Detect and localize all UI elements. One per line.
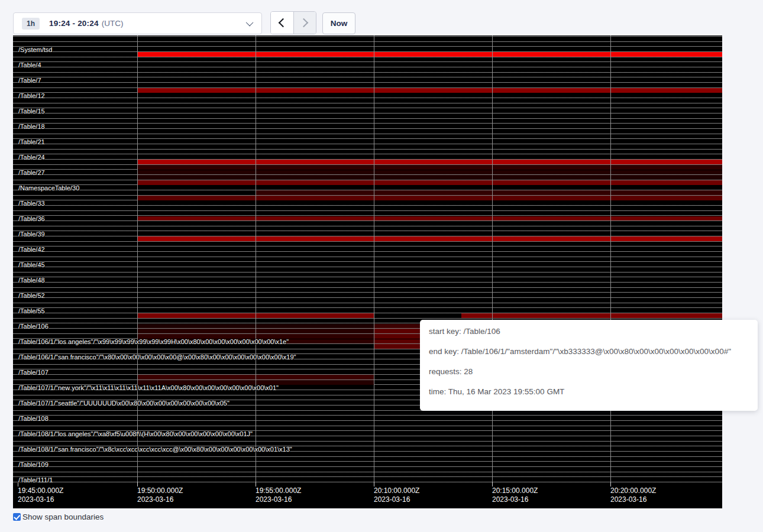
x-axis-tick bbox=[18, 482, 18, 486]
heatmap-band bbox=[137, 175, 722, 180]
heatmap-band bbox=[137, 160, 722, 164]
x-axis-tick bbox=[492, 482, 493, 486]
hover-tooltip: start key: /Table/106 end key: /Table/10… bbox=[420, 320, 758, 411]
row-label: /Table/7 bbox=[18, 77, 41, 84]
row-label: /Table/106/1/"los angeles"/"\x99\x99\x99… bbox=[18, 338, 289, 345]
heatmap-band bbox=[137, 334, 374, 339]
chevron-left-icon bbox=[279, 18, 288, 28]
heatmap-band bbox=[137, 52, 722, 57]
row-label: /Table/55 bbox=[18, 307, 45, 314]
duration-badge: 1h bbox=[22, 18, 40, 30]
row-label: /Table/107/1/"seattle"/"UUUUUUD\x00\x80\… bbox=[18, 400, 229, 407]
heatmap-band bbox=[137, 324, 374, 329]
time-range-label: 19:24 - 20:24 bbox=[49, 19, 99, 28]
horizontal-gridlines bbox=[13, 36, 722, 486]
x-axis-label: 19:55:00.000Z2023-03-16 bbox=[256, 486, 301, 504]
vertical-gridline bbox=[256, 35, 256, 486]
row-label: /Table/106/1/"san francisco"/"\x80\x00\x… bbox=[18, 353, 296, 361]
tooltip-end-key: end key: /Table/106/1/"amsterdam"/"\xb33… bbox=[429, 347, 753, 356]
row-label: /Table/108 bbox=[18, 415, 49, 422]
heatmap-band bbox=[374, 329, 420, 333]
heatmap-band bbox=[256, 190, 722, 195]
prev-time-button[interactable] bbox=[271, 12, 294, 34]
row-label: /System/tsd bbox=[18, 46, 52, 53]
vertical-gridline bbox=[610, 35, 611, 486]
heatmap-band bbox=[137, 196, 722, 200]
heatmap-band bbox=[461, 313, 722, 318]
row-label: /Table/111/1 bbox=[18, 476, 53, 484]
row-label: /Table/27 bbox=[18, 169, 45, 176]
chevron-down-icon bbox=[246, 19, 254, 27]
row-label: /Table/108/1/"san francisco"/"\x8c\xcc\x… bbox=[18, 446, 292, 453]
heatmap-band bbox=[374, 324, 420, 329]
row-label: /Table/15 bbox=[18, 108, 45, 115]
row-label: /Table/107 bbox=[18, 369, 49, 376]
row-label: /Table/12 bbox=[18, 92, 45, 99]
row-label: /Table/24 bbox=[18, 154, 45, 161]
time-nav-group bbox=[270, 11, 316, 34]
show-span-boundaries-checkbox[interactable] bbox=[13, 513, 21, 521]
heatmap-band bbox=[137, 236, 722, 241]
row-label: /Table/42 bbox=[18, 246, 45, 253]
heatmap-band bbox=[374, 344, 420, 349]
row-label: /Table/108/1/"los angeles"/"\xa8\xf5\u00… bbox=[18, 430, 253, 437]
heatmap-band bbox=[137, 380, 374, 385]
heatmap-band bbox=[137, 339, 374, 344]
show-span-boundaries-label: Show span boundaries bbox=[22, 512, 104, 521]
x-axis-label: 19:45:00.000Z2023-03-16 bbox=[18, 486, 63, 504]
heatmap-band bbox=[137, 165, 722, 170]
vertical-gridline bbox=[492, 35, 493, 486]
heatmap-band bbox=[137, 88, 722, 93]
row-label: /Table/109 bbox=[18, 461, 49, 468]
vertical-gridline bbox=[374, 35, 374, 486]
chevron-right-icon bbox=[299, 18, 308, 28]
time-range-select[interactable]: 1h 19:24 - 20:24 (UTC) bbox=[13, 12, 262, 34]
key-visualizer-canvas[interactable]: 19:45:00.000Z2023-03-1619:50:00.000Z2023… bbox=[13, 35, 722, 508]
heatmap-band bbox=[137, 216, 722, 221]
row-label: /Table/36 bbox=[18, 215, 45, 222]
row-label: /Table/4 bbox=[18, 61, 41, 69]
vertical-gridline bbox=[137, 35, 138, 486]
x-axis-label: 20:10:00.000Z2023-03-16 bbox=[374, 486, 419, 504]
now-button[interactable]: Now bbox=[322, 12, 355, 34]
heatmap-band bbox=[137, 375, 374, 379]
x-axis-label: 19:50:00.000Z2023-03-16 bbox=[137, 486, 183, 504]
tooltip-requests: requests: 28 bbox=[429, 367, 753, 376]
row-label: /Table/52 bbox=[18, 292, 45, 299]
x-axis-label: 20:15:00.000Z2023-03-16 bbox=[492, 486, 538, 504]
row-label: /Table/106 bbox=[18, 323, 49, 330]
row-label: /NamespaceTable/30 bbox=[18, 184, 79, 192]
x-axis-tick bbox=[374, 482, 374, 486]
row-label: /Table/39 bbox=[18, 231, 45, 238]
x-axis-tick bbox=[137, 482, 138, 486]
next-time-button[interactable] bbox=[294, 12, 316, 34]
heatmap-band bbox=[137, 329, 374, 333]
row-label: /Table/107/1/"new york"/"\x11\x11\x11\x1… bbox=[18, 384, 279, 391]
heatmap-band bbox=[137, 180, 722, 185]
row-label: /Table/45 bbox=[18, 261, 45, 268]
timezone-label: (UTC) bbox=[102, 19, 124, 28]
span-boundaries-row: Show span boundaries bbox=[13, 512, 104, 521]
tooltip-start-key: start key: /Table/106 bbox=[429, 327, 753, 336]
tooltip-time: time: Thu, 16 Mar 2023 19:55:00 GMT bbox=[429, 387, 753, 396]
row-label: /Table/18 bbox=[18, 123, 45, 130]
x-axis-tick bbox=[256, 482, 256, 486]
heatmap-band bbox=[137, 313, 374, 318]
row-label: /Table/48 bbox=[18, 277, 45, 284]
heatmap-band bbox=[374, 334, 420, 339]
x-axis-label: 20:20:00.000Z2023-03-16 bbox=[610, 486, 656, 504]
row-label: /Table/21 bbox=[18, 138, 45, 145]
heatmap-band bbox=[137, 170, 722, 175]
heatmap-band bbox=[374, 339, 420, 344]
row-label: /Table/33 bbox=[18, 200, 45, 207]
x-axis-tick bbox=[610, 482, 611, 486]
